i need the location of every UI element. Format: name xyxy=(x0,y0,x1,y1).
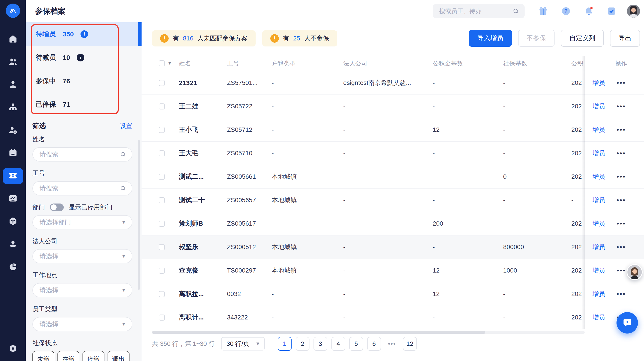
social-status-chip[interactable]: 调出 xyxy=(108,351,130,361)
table-row[interactable]: 王二娃ZS05722----202增员••• xyxy=(142,95,644,118)
sidebar-item-report-card[interactable] xyxy=(3,191,23,207)
add-member-link[interactable]: 增员 xyxy=(592,219,605,228)
page-size-select[interactable]: 30 行/页 ▼ xyxy=(221,337,265,351)
table-row[interactable]: 王小飞ZS05712--12-202增员••• xyxy=(142,118,644,142)
sidebar-item-person-add[interactable] xyxy=(3,122,23,138)
horizontal-scrollbar-thumb[interactable] xyxy=(152,331,485,334)
row-checkbox[interactable] xyxy=(159,127,165,133)
social-status-chip[interactable]: 停缴 xyxy=(82,351,104,361)
status-tab-stopped[interactable]: 已停保71 xyxy=(26,93,142,116)
page-button-12[interactable]: 12 xyxy=(403,337,417,351)
table-row[interactable]: 21321ZS57501...-esigntest南京希默艾慈...--202增… xyxy=(142,71,644,95)
sidebar-item-person[interactable] xyxy=(3,77,23,93)
table-row[interactable]: 王大毛ZS05710----202增员••• xyxy=(142,142,644,165)
sidebar-item-calendar[interactable] xyxy=(3,145,23,161)
more-actions-icon[interactable]: ••• xyxy=(617,197,626,204)
more-actions-icon[interactable]: ••• xyxy=(617,267,626,274)
info-icon[interactable]: i xyxy=(77,54,84,61)
gift-icon[interactable] xyxy=(538,6,548,16)
add-member-link[interactable]: 增员 xyxy=(592,102,605,111)
row-checkbox[interactable] xyxy=(159,80,165,86)
row-checkbox[interactable] xyxy=(159,244,165,250)
row-checkbox[interactable] xyxy=(159,174,165,180)
social-status-chip[interactable]: 未缴 xyxy=(32,351,54,361)
global-search-input[interactable]: 搜索员工、待办 xyxy=(433,4,524,18)
table-row[interactable]: 策划师BZS005617--200-202增员••• xyxy=(142,212,644,235)
more-actions-icon[interactable]: ••• xyxy=(617,173,626,180)
add-member-link[interactable]: 增员 xyxy=(592,149,605,157)
table-row[interactable]: 离职拉...0032--12-202增员••• xyxy=(142,282,644,306)
row-checkbox[interactable] xyxy=(159,268,165,274)
more-actions-icon[interactable]: ••• xyxy=(617,150,626,157)
panel-scrollbar[interactable] xyxy=(138,140,140,290)
warning-banner[interactable]: !有25人不参保 xyxy=(262,30,337,46)
more-actions-icon[interactable]: ••• xyxy=(617,244,626,251)
chevron-down-icon[interactable]: ▼ xyxy=(168,61,172,66)
chat-fab-button[interactable] xyxy=(616,312,638,334)
emp-id-search-input[interactable]: 请搜索 xyxy=(32,181,132,195)
assistant-avatar[interactable] xyxy=(626,264,643,280)
page-button-1[interactable]: 1 xyxy=(278,337,292,351)
more-actions-icon[interactable]: ••• xyxy=(617,290,626,298)
notification-bell-icon[interactable] xyxy=(584,6,594,16)
horizontal-scrollbar[interactable] xyxy=(152,331,585,334)
page-button-2[interactable]: 2 xyxy=(296,337,310,351)
sidebar-item-stamp[interactable] xyxy=(3,236,23,252)
status-tab-pending-add[interactable]: 待增员350i xyxy=(26,22,142,46)
sidebar-item-team[interactable] xyxy=(3,54,23,70)
page-button-3[interactable]: 3 xyxy=(314,337,327,351)
table-row[interactable]: 离职计...343222----202增员••• xyxy=(142,306,644,329)
page-button-4[interactable]: 4 xyxy=(332,337,345,351)
social-status-chip[interactable]: 在缴 xyxy=(58,351,80,361)
row-checkbox[interactable] xyxy=(159,150,165,156)
table-row[interactable]: 查克俊TS000297本地城镇-121000202增员••• xyxy=(142,259,644,282)
add-member-link[interactable]: 增员 xyxy=(592,313,605,322)
row-checkbox[interactable] xyxy=(159,103,165,109)
custom-columns-button[interactable]: 自定义列 xyxy=(561,30,604,47)
page-button-5[interactable]: 5 xyxy=(349,337,363,351)
sidebar-item-package[interactable] xyxy=(3,214,23,230)
sidebar-item-pie-chart[interactable] xyxy=(3,259,23,275)
export-button[interactable]: 导出 xyxy=(610,30,640,47)
row-checkbox[interactable] xyxy=(159,221,165,227)
page-button-6[interactable]: 6 xyxy=(367,337,381,351)
sidebar-item-insurance-ticket[interactable] xyxy=(3,168,23,184)
more-actions-icon[interactable]: ••• xyxy=(617,79,626,86)
info-icon[interactable]: i xyxy=(80,30,88,38)
work-location-select[interactable]: 请选择▼ xyxy=(32,283,132,297)
select-all-checkbox[interactable] xyxy=(159,60,165,66)
settings-nut-icon[interactable] xyxy=(8,344,18,354)
more-actions-icon[interactable]: ••• xyxy=(617,103,626,110)
department-select[interactable]: 请选择部门▼ xyxy=(32,215,132,229)
sidebar-item-home[interactable] xyxy=(3,31,23,47)
warning-banner[interactable]: !有816人未匹配参保方案 xyxy=(152,30,256,46)
user-avatar[interactable] xyxy=(627,5,640,18)
app-logo-icon[interactable] xyxy=(6,3,20,18)
more-actions-icon[interactable]: ••• xyxy=(617,220,626,227)
more-actions-icon[interactable]: ••• xyxy=(617,126,626,133)
table-row[interactable]: 测试二十ZS005657本地城镇----增员••• xyxy=(142,189,644,212)
row-checkbox[interactable] xyxy=(159,291,165,297)
tasks-icon[interactable] xyxy=(606,6,617,16)
add-member-link[interactable]: 增员 xyxy=(592,266,605,275)
table-row[interactable]: 叔坚乐ZS000512本地城镇--800000202增员••• xyxy=(142,235,644,259)
help-icon[interactable]: ? xyxy=(561,6,571,16)
row-checkbox[interactable] xyxy=(159,197,165,203)
table-row[interactable]: 测试二...ZS005661本地城镇--0202增员••• xyxy=(142,165,644,189)
status-tab-pending-remove[interactable]: 待减员10i xyxy=(26,46,142,69)
exclude-button[interactable]: 不参保 xyxy=(518,30,554,47)
filters-settings-link[interactable]: 设置 xyxy=(120,122,132,130)
add-member-link[interactable]: 增员 xyxy=(592,172,605,181)
add-member-link[interactable]: 增员 xyxy=(592,290,605,298)
status-tab-insured[interactable]: 参保中76 xyxy=(26,69,142,93)
row-checkbox[interactable] xyxy=(159,315,165,321)
name-search-input[interactable]: 请搜索 xyxy=(32,147,132,161)
emp-type-select[interactable]: 请选择▼ xyxy=(32,317,132,331)
department-toggle[interactable] xyxy=(50,204,64,211)
import-add-button[interactable]: 导入增员 xyxy=(469,30,512,47)
sidebar-item-org-chart[interactable] xyxy=(3,100,23,116)
add-member-link[interactable]: 增员 xyxy=(592,196,605,204)
add-member-link[interactable]: 增员 xyxy=(592,243,605,251)
add-member-link[interactable]: 增员 xyxy=(592,126,605,134)
add-member-link[interactable]: 增员 xyxy=(592,79,605,87)
